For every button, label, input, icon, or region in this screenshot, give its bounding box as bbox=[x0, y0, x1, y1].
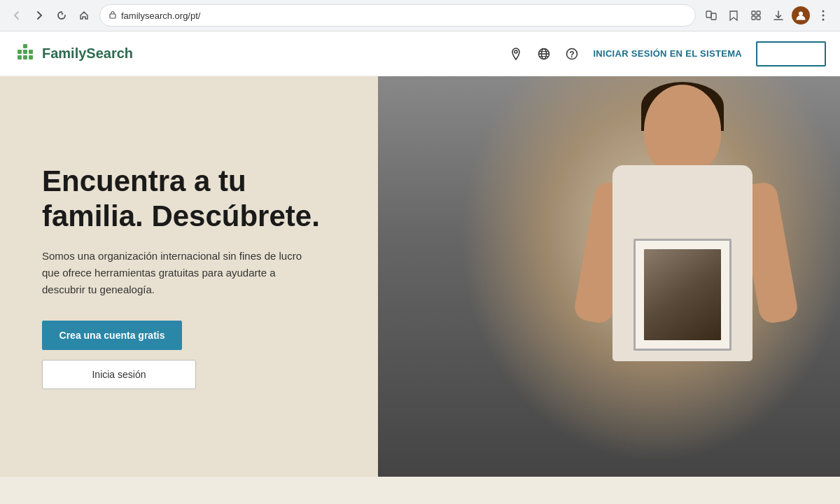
hero-section: Encuentra a tu familia. Descúbrete. Somo… bbox=[0, 76, 840, 477]
forward-button[interactable] bbox=[29, 6, 49, 25]
svg-rect-4 bbox=[757, 11, 760, 15]
svg-rect-15 bbox=[23, 55, 27, 59]
location-icon-button[interactable] bbox=[509, 47, 523, 61]
browser-chrome: familysearch.org/pt/ bbox=[0, 0, 840, 31]
svg-point-7 bbox=[799, 12, 803, 16]
bookmark-button[interactable] bbox=[724, 6, 743, 25]
svg-rect-3 bbox=[752, 11, 755, 15]
held-photo-image bbox=[644, 249, 721, 340]
url-text: familysearch.org/pt/ bbox=[121, 10, 687, 21]
svg-rect-5 bbox=[752, 16, 755, 20]
svg-point-18 bbox=[514, 50, 517, 53]
svg-rect-13 bbox=[18, 50, 22, 54]
svg-rect-16 bbox=[18, 55, 22, 59]
home-button[interactable] bbox=[74, 6, 94, 25]
browser-toolbar: familysearch.org/pt/ bbox=[0, 0, 840, 31]
menu-button[interactable] bbox=[813, 6, 833, 25]
toolbar-actions bbox=[701, 6, 833, 25]
boy-figure bbox=[574, 76, 798, 477]
svg-rect-1 bbox=[706, 11, 711, 18]
svg-point-8 bbox=[822, 10, 825, 13]
logo-container[interactable]: FamilySearch bbox=[14, 43, 133, 65]
hero-cta-secondary-button[interactable]: Inicia sesión bbox=[42, 360, 196, 389]
svg-point-10 bbox=[822, 19, 825, 21]
address-bar[interactable]: familysearch.org/pt/ bbox=[99, 4, 696, 27]
download-button[interactable] bbox=[769, 6, 788, 25]
svg-point-9 bbox=[822, 15, 825, 17]
translate-button[interactable] bbox=[701, 6, 721, 25]
svg-rect-0 bbox=[110, 14, 115, 18]
svg-rect-11 bbox=[23, 44, 27, 48]
logo-text: FamilySearch bbox=[42, 46, 133, 62]
bottom-bar bbox=[0, 477, 840, 504]
help-icon-button[interactable]: ? bbox=[565, 47, 579, 61]
nav-buttons bbox=[7, 6, 94, 25]
svg-rect-17 bbox=[29, 55, 33, 59]
profile-button[interactable] bbox=[791, 6, 811, 25]
svg-rect-2 bbox=[711, 13, 716, 20]
globe-icon-button[interactable] bbox=[537, 47, 551, 61]
familysearch-logo-icon bbox=[14, 43, 36, 65]
header-nav: ? INICIAR SESIÓN EN EL SISTEMA bbox=[509, 41, 826, 66]
svg-text:?: ? bbox=[570, 50, 575, 59]
back-button[interactable] bbox=[7, 6, 27, 25]
svg-rect-12 bbox=[23, 50, 27, 54]
svg-rect-14 bbox=[29, 50, 33, 54]
hero-title: Encuentra a tu familia. Descúbrete. bbox=[42, 164, 350, 234]
svg-rect-6 bbox=[757, 16, 760, 20]
hero-photo bbox=[378, 76, 840, 477]
extensions-button[interactable] bbox=[746, 6, 766, 25]
hero-subtitle: Somos una organización internacional sin… bbox=[42, 248, 308, 298]
hero-content: Encuentra a tu familia. Descúbrete. Somo… bbox=[0, 76, 392, 477]
held-photo bbox=[634, 239, 732, 351]
signin-button[interactable]: INICIAR SESIÓN EN EL SISTEMA bbox=[593, 48, 742, 59]
user-avatar bbox=[792, 6, 810, 24]
lock-icon bbox=[108, 10, 117, 21]
create-account-button[interactable] bbox=[756, 41, 826, 66]
reload-button[interactable] bbox=[52, 6, 71, 25]
website-content: FamilySearch bbox=[0, 31, 840, 504]
boy-head bbox=[644, 85, 721, 176]
hero-cta-primary-button[interactable]: Crea una cuenta gratis bbox=[42, 321, 182, 350]
site-header: FamilySearch bbox=[0, 31, 840, 76]
